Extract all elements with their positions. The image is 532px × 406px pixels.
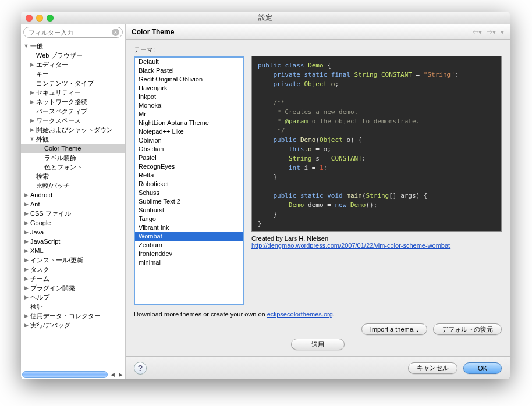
ok-button[interactable]: OK bbox=[463, 362, 502, 374]
tree-item[interactable]: ▶使用データ・コレクター bbox=[21, 311, 125, 320]
tree-item[interactable]: ▶エディター bbox=[21, 60, 125, 69]
tree-item[interactable]: 比較/パッチ bbox=[21, 181, 125, 190]
theme-item[interactable]: Inkpot bbox=[135, 92, 243, 101]
disclosure-icon[interactable]: ▶ bbox=[23, 211, 29, 216]
tree-item-label: コンテンツ・タイプ bbox=[35, 79, 94, 88]
filter-input[interactable] bbox=[23, 27, 123, 38]
theme-item[interactable]: Obsidian bbox=[135, 145, 243, 154]
tree-item[interactable]: 色とフォント bbox=[21, 162, 125, 172]
clear-filter-icon[interactable]: × bbox=[112, 29, 119, 36]
disclosure-icon[interactable]: ▶ bbox=[23, 238, 29, 244]
tree-item[interactable]: ▶開始およびシャットダウン bbox=[21, 125, 125, 134]
theme-item[interactable]: Roboticket bbox=[135, 180, 243, 188]
theme-item[interactable]: Retta bbox=[135, 171, 243, 180]
nav-forward-icon[interactable]: ⇨▾ bbox=[487, 28, 496, 36]
tree-item[interactable]: Web ブラウザー bbox=[21, 51, 125, 60]
apply-button[interactable]: 適用 bbox=[291, 339, 345, 350]
disclosure-icon[interactable]: ▶ bbox=[29, 99, 35, 105]
tree-item-label: 開始およびシャットダウン bbox=[35, 126, 113, 134]
theme-item[interactable]: Gedit Original Oblivion bbox=[135, 75, 243, 84]
disclosure-icon[interactable]: ▶ bbox=[23, 248, 29, 254]
nav-back-icon[interactable]: ⇦▾ bbox=[473, 28, 482, 36]
titlebar[interactable]: 設定 bbox=[21, 12, 510, 24]
tree-item[interactable]: パースペクティブ bbox=[21, 106, 125, 116]
theme-item[interactable]: Vibrant Ink bbox=[135, 223, 243, 232]
theme-item[interactable]: RecognEyes bbox=[135, 162, 243, 171]
download-link[interactable]: eclipsecolorthemes.org bbox=[267, 311, 333, 318]
theme-item[interactable]: Mr bbox=[135, 110, 243, 119]
theme-item[interactable]: Sublime Text 2 bbox=[135, 197, 243, 206]
import-theme-button[interactable]: Import a theme... bbox=[361, 323, 427, 335]
help-icon[interactable]: ? bbox=[134, 362, 147, 375]
tree-item[interactable]: ▶XML bbox=[21, 246, 125, 255]
tree-item[interactable]: ▶Ant bbox=[21, 200, 125, 209]
tree-item[interactable]: ▶タスク bbox=[21, 265, 125, 274]
preferences-tree[interactable]: ▼一般Web ブラウザー▶エディターキーコンテンツ・タイプ▶セキュリティー▶ネッ… bbox=[21, 40, 125, 369]
tree-item[interactable]: ▶チーム bbox=[21, 274, 125, 283]
disclosure-icon[interactable]: ▶ bbox=[23, 257, 29, 263]
disclosure-icon[interactable]: ▶ bbox=[29, 117, 35, 123]
theme-item[interactable]: Black Pastel bbox=[135, 66, 243, 75]
tree-item[interactable]: コンテンツ・タイプ bbox=[21, 79, 125, 88]
tree-item[interactable]: ▼一般 bbox=[21, 41, 125, 51]
theme-item[interactable]: Havenjark bbox=[135, 84, 243, 92]
disclosure-icon[interactable]: ▼ bbox=[29, 136, 35, 142]
disclosure-icon[interactable]: ▶ bbox=[23, 201, 29, 207]
disclosure-icon[interactable]: ▶ bbox=[29, 127, 35, 133]
tree-item-label: エディター bbox=[35, 60, 68, 69]
tree-item[interactable]: ▶セキュリティー bbox=[21, 88, 125, 97]
tree-item[interactable]: ▶ワークスペース bbox=[21, 116, 125, 125]
theme-item[interactable]: Tango bbox=[135, 215, 243, 223]
tree-item[interactable]: ▼外観 bbox=[21, 134, 125, 144]
tree-item[interactable]: ラベル装飾 bbox=[21, 153, 125, 162]
theme-item[interactable]: Zenburn bbox=[135, 241, 243, 250]
tree-item[interactable]: ▶プラグイン開発 bbox=[21, 283, 125, 293]
tree-item-label: XML bbox=[29, 247, 44, 254]
theme-item[interactable]: Default bbox=[135, 58, 243, 66]
horizontal-scrollbar[interactable] bbox=[22, 371, 108, 378]
disclosure-icon[interactable]: ▶ bbox=[29, 62, 35, 67]
cancel-button[interactable]: キャンセル bbox=[408, 362, 457, 374]
disclosure-icon[interactable]: ▶ bbox=[23, 220, 29, 226]
theme-item[interactable]: Wombat bbox=[135, 232, 243, 241]
disclosure-icon[interactable]: ▶ bbox=[23, 229, 29, 235]
credit-link[interactable]: http://dengmao.wordpress.com/2007/01/22/… bbox=[251, 242, 450, 249]
tree-item[interactable]: ▶Android bbox=[21, 190, 125, 200]
theme-item[interactable]: Sunburst bbox=[135, 206, 243, 215]
tree-item[interactable]: ▶インストール/更新 bbox=[21, 255, 125, 265]
scroll-right-icon[interactable]: ▶ bbox=[117, 371, 124, 378]
disclosure-icon[interactable]: ▶ bbox=[23, 313, 29, 319]
tree-item[interactable]: ▶ヘルプ bbox=[21, 293, 125, 302]
tree-item[interactable]: ▶Google bbox=[21, 218, 125, 227]
theme-item[interactable]: Pastel bbox=[135, 154, 243, 162]
tree-item[interactable]: ▶JavaScript bbox=[21, 237, 125, 246]
disclosure-icon[interactable]: ▶ bbox=[23, 192, 29, 198]
scroll-left-icon[interactable]: ◀ bbox=[109, 371, 116, 378]
tree-item[interactable]: 検証 bbox=[21, 302, 125, 311]
disclosure-icon[interactable]: ▶ bbox=[23, 294, 29, 300]
disclosure-icon[interactable]: ▼ bbox=[23, 43, 29, 49]
tree-item[interactable]: ▶実行/デバッグ bbox=[21, 320, 125, 330]
tree-item[interactable]: Color Theme bbox=[21, 144, 125, 153]
tree-item-label: Color Theme bbox=[43, 145, 81, 152]
theme-item[interactable]: Monokai bbox=[135, 101, 243, 110]
tree-item[interactable]: ▶CSS ファイル bbox=[21, 209, 125, 218]
theme-item[interactable]: Oblivion bbox=[135, 136, 243, 145]
theme-item[interactable]: Notepad++ Like bbox=[135, 127, 243, 136]
disclosure-icon[interactable]: ▶ bbox=[23, 322, 29, 328]
theme-item[interactable]: minimal bbox=[135, 258, 243, 267]
disclosure-icon[interactable]: ▶ bbox=[29, 90, 35, 95]
restore-defaults-button[interactable]: デフォルトの復元 bbox=[433, 323, 502, 335]
theme-item[interactable]: Schuss bbox=[135, 188, 243, 197]
tree-item[interactable]: ▶Java bbox=[21, 227, 125, 237]
tree-item[interactable]: キー bbox=[21, 69, 125, 79]
tree-item[interactable]: ▶ネットワーク接続 bbox=[21, 97, 125, 106]
theme-item[interactable]: NightLion Aptana Theme bbox=[135, 119, 243, 127]
disclosure-icon[interactable]: ▶ bbox=[23, 285, 29, 291]
disclosure-icon[interactable]: ▶ bbox=[23, 276, 29, 282]
disclosure-icon[interactable]: ▶ bbox=[23, 266, 29, 272]
theme-item[interactable]: frontenddev bbox=[135, 250, 243, 258]
nav-menu-icon[interactable]: ▾ bbox=[501, 28, 504, 36]
theme-list[interactable]: DefaultBlack PastelGedit Original Oblivi… bbox=[134, 56, 244, 305]
tree-item[interactable]: 検索 bbox=[21, 172, 125, 181]
